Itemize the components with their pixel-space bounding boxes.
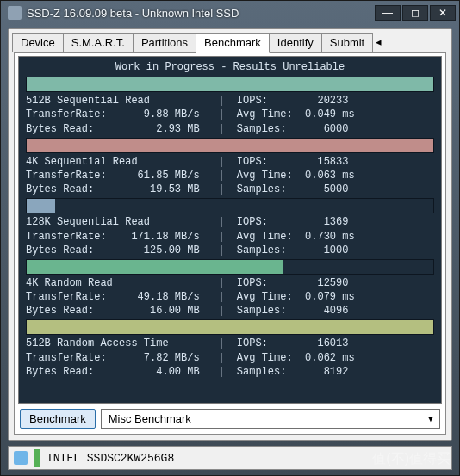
status-bar: INTEL SSDSC2KW256G8 <box>8 446 452 470</box>
app-window: SSD-Z 16.09.09 beta - Unknown Intel SSD … <box>0 0 460 476</box>
bench-row: 512B Sequential Read | IOPS: 20233 <box>26 94 434 108</box>
refresh-icon[interactable] <box>14 451 28 465</box>
progress-bar-fill <box>27 199 55 213</box>
titlebar[interactable]: SSD-Z 16.09.09 beta - Unknown Intel SSD … <box>1 1 459 25</box>
tab-partitions[interactable]: Partitions <box>133 33 196 52</box>
benchmark-block: 128K Sequential Read | IOPS: 1369Transfe… <box>26 198 434 257</box>
progress-bar-fill <box>27 320 433 334</box>
tab-scroll-icon[interactable]: ◂ <box>372 33 385 52</box>
app-icon <box>8 6 22 20</box>
progress-bar-fill <box>27 77 433 91</box>
tab-strip: DeviceS.M.A.R.T.PartitionsBenchmarkIdent… <box>9 29 451 52</box>
bench-row: TransferRate: 9.88 MB/s | Avg Time: 0.04… <box>26 108 434 121</box>
bench-row: Bytes Read: 125.00 MB | Samples: 1000 <box>26 244 434 257</box>
benchmark-output: Work in Progress - Results Unreliable 51… <box>18 56 442 404</box>
bench-row: 4K Random Read | IOPS: 12590 <box>26 276 434 290</box>
bench-row: 4K Sequential Read | IOPS: 15833 <box>26 155 434 169</box>
close-button[interactable]: ✕ <box>430 5 456 21</box>
maximize-button[interactable]: ◻ <box>402 5 428 21</box>
bench-row: Bytes Read: 19.53 MB | Samples: 5000 <box>26 182 434 196</box>
benchmark-select-value[interactable]: Misc Benchmark <box>101 409 440 429</box>
benchmark-button[interactable]: Benchmark <box>20 409 96 429</box>
benchmark-block: 512B Sequential Read | IOPS: 20233Transf… <box>26 77 434 136</box>
benchmark-select[interactable]: Misc Benchmark ▼ <box>101 409 440 429</box>
minimize-button[interactable]: — <box>375 5 401 21</box>
tab-submit[interactable]: Submit <box>321 33 373 52</box>
activity-indicator <box>34 449 40 467</box>
bench-row: TransferRate: 49.18 MB/s | Avg Time: 0.0… <box>26 290 434 304</box>
benchmark-block: 512B Random Access Time | IOPS: 16013Tra… <box>26 319 434 379</box>
benchmark-block: 4K Sequential Read | IOPS: 15833Transfer… <box>26 138 434 197</box>
progress-bar <box>26 319 434 335</box>
chevron-down-icon: ▼ <box>426 414 435 423</box>
bench-row: TransferRate: 171.18 MB/s | Avg Time: 0.… <box>26 230 434 244</box>
client-area: DeviceS.M.A.R.T.PartitionsBenchmarkIdent… <box>8 28 452 441</box>
progress-bar <box>26 138 434 153</box>
tab-device[interactable]: Device <box>12 33 64 52</box>
progress-bar-fill <box>27 260 283 274</box>
window-title: SSD-Z 16.09.09 beta - Unknown Intel SSD <box>27 7 375 20</box>
tab-smart[interactable]: S.M.A.R.T. <box>63 33 134 52</box>
progress-bar <box>26 77 434 92</box>
bench-row: 128K Sequential Read | IOPS: 1369 <box>26 215 434 229</box>
tab-identify[interactable]: Identify <box>269 33 322 52</box>
bench-row: Bytes Read: 2.93 MB | Samples: 6000 <box>26 122 434 136</box>
tab-benchmark[interactable]: Benchmark <box>196 33 270 53</box>
bench-row: TransferRate: 7.82 MB/s | Avg Time: 0.06… <box>26 351 434 365</box>
benchmark-block: 4K Random Read | IOPS: 12590TransferRate… <box>26 259 434 318</box>
progress-bar <box>26 198 434 213</box>
benchmark-panel: Work in Progress - Results Unreliable 51… <box>14 52 446 435</box>
status-device-name: INTEL SSDSC2KW256G8 <box>47 452 446 465</box>
bench-row: TransferRate: 61.85 MB/s | Avg Time: 0.0… <box>26 169 434 182</box>
progress-bar <box>26 259 434 275</box>
bench-row: 512B Random Access Time | IOPS: 16013 <box>26 337 434 350</box>
progress-bar-fill <box>27 139 433 152</box>
bench-row: Bytes Read: 16.00 MB | Samples: 4096 <box>26 304 434 318</box>
benchmark-header: Work in Progress - Results Unreliable <box>26 60 434 74</box>
bench-row: Bytes Read: 4.00 MB | Samples: 8192 <box>26 365 434 379</box>
